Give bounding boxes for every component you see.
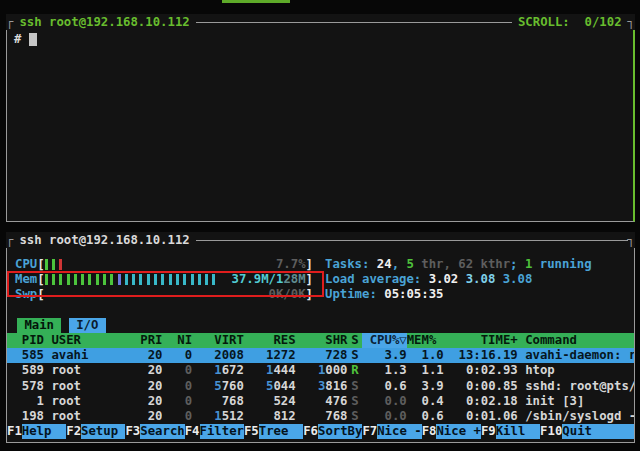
cell-pri: 20 [125,348,162,363]
load-average: Load average: 3.02 3.08 3.08 [325,272,532,287]
cell-time: 0:02.93 [444,363,518,378]
process-row-198[interactable]: 198root2001512812768S0.00.60:01.06/sbin/… [7,409,634,424]
cell-time: 13:16.19 [444,348,518,363]
uptime: Uptime: 05:05:35 [325,287,443,302]
cell-cmd: init [3] [518,394,634,409]
fkey-f6[interactable]: F6SortBy [303,424,362,439]
column-header-shr[interactable]: SHR [296,333,348,348]
cell-shr: 768 [296,409,348,424]
process-row-585[interactable]: 585avahi20020081272728S3.91.013:16.19ava… [7,348,634,363]
cell-cpu: 0.0 [362,394,406,409]
cell-mem: 1.0 [407,348,444,363]
cell-time: 0:01.06 [444,409,518,424]
cell-cmd: htop [518,363,634,378]
cell-pri: 20 [125,363,162,378]
shell-prompt-line[interactable]: # [7,30,633,46]
fkey-f4[interactable]: F4Filter [185,424,244,439]
cell-virt: 2008 [192,348,244,363]
corner-top-right: ┐ [628,232,635,248]
process-row-1[interactable]: 1root200768524476S0.00.40:02.18init [3] [7,394,634,409]
column-header-res[interactable]: RES [244,333,296,348]
cell-pid: 1 [7,394,44,409]
mem-meter-value: 37.9M/128M [232,272,306,287]
cell-ni: 0 [162,409,192,424]
column-header-ni[interactable]: NI [162,333,192,348]
fkey-f7[interactable]: F7Nice - [362,424,421,439]
process-row-589[interactable]: 589root200167214441000R1.31.10:02.93htop [7,363,634,378]
fkey-f5[interactable]: F5Tree [244,424,303,439]
tasks-summary: Tasks: 24, 5 thr, 62 kthr; 1 running [325,257,592,272]
cell-pri: 20 [125,394,162,409]
header-row-cpu: CPU[7.7%] Tasks: 24, 5 thr, 62 kthr; 1 r… [7,257,634,272]
cell-pid: 585 [7,348,44,363]
column-header-s[interactable]: S [348,333,363,348]
swap-meter: Swp[0K/0K] [15,287,313,302]
column-header-cpu[interactable]: CPU%▽ [362,333,406,348]
corner-top-left: ┌ [6,232,13,248]
shell-pane-box: # [6,30,635,222]
column-header-pid[interactable]: PID [7,333,44,348]
fkey-f3[interactable]: F3Search [125,424,184,439]
cell-cmd: avahi-daemon: running [518,348,634,363]
header-row-swp: Swp[0K/0K] Uptime: 05:05:35 [7,287,634,302]
column-header-user[interactable]: USER [44,333,125,348]
blank-row [7,303,634,318]
cell-user: root [44,363,125,378]
cell-virt: 5760 [192,379,244,394]
tab-i-o[interactable]: I/O [69,318,106,333]
cell-pid: 198 [7,409,44,424]
fkey-f8[interactable]: F8Nice + [422,424,481,439]
cell-res: 5044 [244,379,296,394]
cell-cpu: 1.3 [362,363,406,378]
column-header-time[interactable]: TIME+ [444,333,518,348]
cell-virt: 1512 [192,409,244,424]
cell-ni: 0 [162,363,192,378]
cell-res: 524 [244,394,296,409]
cell-mem: 3.9 [407,379,444,394]
cell-shr: 3816 [296,379,348,394]
cell-ni: 0 [162,394,192,409]
cell-virt: 768 [192,394,244,409]
cpu-meter-value: 7.7% [276,257,306,272]
cell-user: avahi [44,348,125,363]
corner-top-right: ┐ [628,14,635,30]
overlay-artifact [222,0,290,3]
column-header-pri[interactable]: PRI [125,333,162,348]
htop-tabs: MainI/O [7,318,634,333]
tab-main[interactable]: Main [17,318,61,333]
pane-shell: ┌ ssh root@192.168.10.112 SCROLL: 0/102 … [6,14,635,222]
cell-ni: 0 [162,348,192,363]
cell-ni: 0 [162,379,192,394]
fkey-f2[interactable]: F2Setup [66,424,125,439]
htop-pane-box: CPU[7.7%] Tasks: 24, 5 thr, 62 kthr; 1 r… [6,248,635,443]
column-header-cmd[interactable]: Command [518,333,634,348]
cell-s: S [348,348,363,363]
cell-mem: 0.4 [407,394,444,409]
process-row-578[interactable]: 578root200576050443816S0.63.90:00.85sshd… [7,379,634,394]
cell-time: 0:02.18 [444,394,518,409]
fkey-f9[interactable]: F9Kill [481,424,540,439]
column-header-virt[interactable]: VIRT [192,333,244,348]
prompt-symbol: # [14,32,21,46]
cell-cpu: 3.9 [362,348,406,363]
titlebar-rule [196,22,512,23]
scroll-indicator: SCROLL: 0/102 [518,14,622,30]
text-cursor [29,33,37,46]
function-key-bar: F1Help F2Setup F3SearchF4FilterF5Tree F6… [7,424,634,439]
cell-user: root [44,394,125,409]
cpu-meter: CPU[7.7%] [15,257,313,272]
process-table-header: PIDUSERPRINIVIRTRESSHRSCPU%▽MEM%TIME+Com… [7,333,634,348]
corner-top-left: ┌ [6,14,13,30]
cell-shr: 728 [296,348,348,363]
cpu-meter-bar [45,259,67,270]
cell-res: 1272 [244,348,296,363]
cell-s: S [348,379,363,394]
cell-cmd: /sbin/syslogd -n [518,409,634,424]
htop-pane-title: ssh root@192.168.10.112 [19,232,189,248]
column-header-mem[interactable]: MEM% [407,333,444,348]
cell-time: 0:00.85 [444,379,518,394]
cell-s: S [348,409,363,424]
fkey-f10[interactable]: F10Quit [540,424,607,439]
fkey-f1[interactable]: F1Help [7,424,66,439]
htop-pane-titlebar: ┌ ssh root@192.168.10.112 ┐ [6,232,635,248]
